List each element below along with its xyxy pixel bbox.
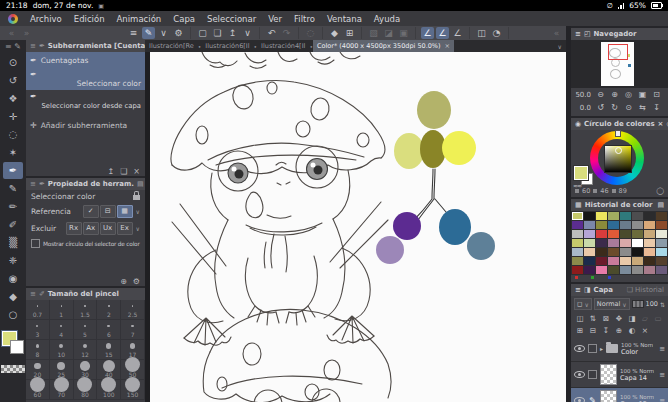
close-icon[interactable]: × (658, 120, 664, 128)
panel-menu-icon[interactable]: ≡ (30, 180, 36, 188)
history-swatch[interactable] (572, 230, 583, 238)
doc-tab[interactable]: Color* (4000 x 4500px 350dpi 50.0%)× (313, 40, 454, 52)
brush-size-cell[interactable]: 6 (97, 320, 121, 340)
reset-rotation-icon[interactable]: ⊙ (622, 102, 635, 113)
brush-size-cell[interactable]: 0.7 (26, 300, 50, 320)
doc-tab[interactable]: Ilustración6[Il (201, 40, 253, 52)
eyedropper-tool[interactable]: ✒ (3, 162, 23, 179)
history-swatch[interactable] (656, 212, 667, 220)
gradient-tool[interactable]: ◆ (3, 288, 23, 305)
delete-subtool-icon[interactable]: × (133, 167, 140, 176)
open-file-icon[interactable]: ❏ (211, 27, 224, 39)
zoom-fit-icon[interactable]: ◎ (622, 89, 635, 100)
brush-size-cell[interactable]: 15 (97, 340, 121, 360)
layers-tab[interactable]: Capa (594, 286, 614, 294)
lock-icon[interactable] (133, 195, 140, 200)
navigator-thumbnail[interactable] (571, 40, 668, 88)
layer-menu-icon[interactable]: ≡ (659, 397, 665, 402)
history-swatch[interactable] (596, 221, 607, 229)
subtool-item-seleccionar-color-desde-capa[interactable]: ✒ Seleccionar color desde capa (26, 90, 145, 112)
panel-options-icon[interactable]: ▤ (657, 201, 664, 209)
delete-layer-icon[interactable]: × (639, 325, 651, 336)
clip-studio-logo-icon[interactable] (8, 14, 18, 24)
subtool-header[interactable]: ≡ ✒ Subherramienta [Cuenta (26, 40, 145, 52)
rotate-right-icon[interactable]: ↻ (608, 102, 621, 113)
brush-size-cell[interactable]: 3 (26, 320, 50, 340)
brush-size-cell[interactable]: 12 (74, 340, 98, 360)
lock-transparent-icon[interactable]: ✥ (613, 313, 625, 324)
history-swatch[interactable] (656, 248, 667, 256)
collapse-right-icon[interactable]: » (20, 27, 33, 39)
brush-size-cell[interactable]: 2 (97, 300, 121, 320)
material-panel-icon[interactable]: ◫ (475, 27, 488, 39)
close-icon[interactable]: × (445, 42, 450, 50)
selection-tool[interactable]: ◌ (3, 126, 23, 143)
history-swatch[interactable] (620, 266, 631, 274)
snap-ruler-icon[interactable]: ∠ (421, 27, 434, 39)
airbrush-tool[interactable]: ▒ (3, 234, 23, 251)
crop-icon[interactable]: ⊞ (343, 27, 356, 39)
history-swatch[interactable] (632, 230, 643, 238)
brush-size-header[interactable]: ≡ ✐ Tamaño del pincel (26, 288, 145, 300)
history-swatch[interactable] (608, 221, 619, 229)
chevron-down-icon[interactable]: ∨ (157, 27, 170, 39)
tab-list-chevron-icon[interactable]: ∨ (558, 43, 566, 50)
history-swatch[interactable] (596, 257, 607, 265)
operation-tool[interactable]: ❖ (3, 90, 23, 107)
move-tool[interactable]: ✛ (3, 108, 23, 125)
history-swatch[interactable] (608, 257, 619, 265)
history-swatch[interactable] (644, 266, 655, 274)
undo-icon[interactable]: ↶ (265, 27, 278, 39)
tool-settings-icon[interactable]: ⚙ (172, 27, 185, 39)
combine-icon[interactable]: ⊕ (613, 325, 625, 336)
navigator-header[interactable]: ≡ ◰ Navegador (571, 28, 668, 40)
zoom-100-icon[interactable]: ▣ (636, 89, 649, 100)
history-swatch[interactable] (620, 221, 631, 229)
excluir-ex-button[interactable]: Ex (117, 222, 133, 235)
brush-size-cell[interactable]: 2.5 (121, 300, 145, 320)
history-swatch[interactable] (632, 266, 643, 274)
export-chevron-icon[interactable]: ∨ (241, 27, 254, 39)
history-swatch[interactable] (572, 239, 583, 247)
layer-mask-icon[interactable]: ◐ (626, 325, 638, 336)
history-swatch[interactable] (620, 239, 631, 247)
history-swatch[interactable] (620, 248, 631, 256)
brush-size-cell[interactable]: 10 (50, 340, 74, 360)
brush-size-cell[interactable]: 100 (97, 380, 121, 400)
brush-size-cell[interactable]: 80 (74, 380, 98, 400)
layer-row[interactable]: 100 % NormCapa 14≡ (571, 362, 668, 388)
menu-item-seleccionar[interactable]: Seleccionar (207, 14, 256, 24)
history-swatch[interactable] (632, 257, 643, 265)
menu-item-ventana[interactable]: Ventana (327, 14, 362, 24)
background-color-swatch[interactable] (10, 340, 24, 354)
excluir-ux-button[interactable]: Ux (100, 222, 116, 235)
menu-item-archivo[interactable]: Archivo (30, 14, 62, 24)
subtool-group-cuentagotas[interactable]: ✒ Cuentagotas (26, 52, 145, 68)
canvas[interactable] (150, 52, 566, 402)
pen-tool[interactable]: ✎ (3, 180, 23, 197)
ruler-icon[interactable]: ▱ (639, 313, 651, 324)
history-swatch[interactable] (572, 257, 583, 265)
history-swatch[interactable] (632, 239, 643, 247)
blend-mode-select[interactable]: Normal ∨ (594, 298, 630, 310)
history-swatch[interactable] (596, 230, 607, 238)
panel-detail-icon[interactable]: ▤ (137, 180, 144, 188)
history-tab[interactable]: ❏ Historial (627, 286, 664, 294)
chevron-down-icon[interactable]: ∨ (136, 225, 140, 232)
history-swatch[interactable] (656, 221, 667, 229)
menu-item-capa[interactable]: Capa (173, 14, 195, 24)
decoration-tool[interactable]: ❈ (3, 252, 23, 269)
transparent-color-button[interactable] (1, 365, 25, 373)
history-swatch[interactable] (572, 221, 583, 229)
brush-size-cell[interactable]: 70 (50, 380, 74, 400)
lock-layer-icon[interactable]: ⊠ (600, 313, 612, 324)
expand-arrow-icon[interactable]: ▸ (600, 345, 603, 352)
history-swatch[interactable] (584, 257, 595, 265)
visibility-eye-icon[interactable] (574, 371, 585, 378)
redo-icon[interactable]: ↷ (280, 27, 293, 39)
layer-checkbox[interactable] (588, 344, 597, 353)
reset-view-icon[interactable]: ↧ (650, 102, 663, 113)
history-swatch[interactable] (572, 266, 583, 274)
current-tool-icon[interactable]: ✎ (142, 27, 155, 39)
brush-size-cell[interactable]: 8 (26, 340, 50, 360)
